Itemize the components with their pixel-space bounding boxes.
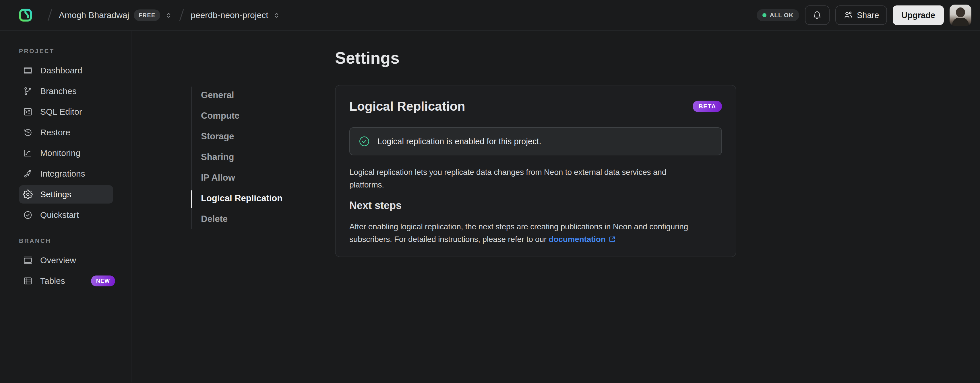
shell: PROJECT Dashboard: [0, 31, 980, 382]
new-badge: NEW: [91, 275, 115, 286]
external-link-icon: [608, 235, 616, 243]
sidebar-item-label: Integrations: [40, 169, 85, 179]
org-switcher[interactable]: Amogh Bharadwaj FREE: [59, 9, 172, 21]
settings-tab-storage[interactable]: Storage: [191, 126, 312, 147]
breadcrumb-separator: [47, 9, 52, 22]
next-steps-title: Next steps: [349, 199, 722, 212]
beta-badge: BETA: [693, 101, 722, 112]
unfold-icon: [165, 11, 172, 19]
share-button[interactable]: Share: [835, 5, 887, 25]
plan-badge: FREE: [134, 9, 160, 21]
settings-page: Settings Logical Replication BETA Logica…: [335, 31, 736, 257]
main-content: General Compute Storage Sharing IP Allow…: [132, 31, 980, 382]
project-name: peerdb-neon-project: [191, 10, 268, 20]
dashboard-icon: [23, 66, 33, 75]
topbar-actions: ALL OK Share Upgrade: [757, 5, 975, 26]
sidebar-item-label: SQL Editor: [40, 107, 82, 117]
quickstart-icon: [23, 210, 33, 220]
sidebar-item-label: Monitoring: [40, 148, 80, 158]
restore-icon: [23, 128, 33, 137]
sidebar-item-sql-editor[interactable]: SQL Editor: [19, 103, 113, 121]
topbar: Amogh Bharadwaj FREE peerdb-neon-project…: [0, 0, 980, 31]
bell-icon: [813, 11, 821, 20]
sidebar-item-dashboard[interactable]: Dashboard: [19, 61, 113, 80]
breadcrumb-separator: [180, 9, 184, 22]
sidebar-item-tables[interactable]: Tables NEW: [19, 272, 113, 290]
settings-nav-active-indicator: [191, 190, 192, 208]
card-header: Logical Replication BETA: [349, 98, 722, 115]
sidebar-item-label: Settings: [40, 190, 71, 199]
status-pill[interactable]: ALL OK: [757, 9, 799, 21]
check-circle-icon: [358, 136, 370, 147]
description-text: Logical replication lets you replicate d…: [349, 166, 722, 191]
sidebar-item-label: Restore: [40, 128, 70, 137]
settings-tab-general[interactable]: General: [191, 85, 312, 106]
integrations-icon: [23, 169, 33, 179]
sidebar-item-label: Branches: [40, 86, 76, 96]
upgrade-button[interactable]: Upgrade: [893, 5, 944, 25]
next-steps-text: After enabling logical replication, the …: [349, 220, 722, 246]
neon-logo[interactable]: [18, 8, 33, 22]
sidebar-branch-list: Overview Tables NEW: [0, 251, 131, 290]
documentation-link[interactable]: documentation: [549, 235, 606, 244]
sidebar-section-branch: BRANCH: [19, 237, 131, 244]
sidebar-section-project: PROJECT: [19, 47, 131, 54]
next-steps-body: After enabling logical replication, the …: [349, 222, 688, 244]
settings-tab-compute[interactable]: Compute: [191, 106, 312, 126]
monitoring-icon: [23, 148, 33, 158]
app-root: Amogh Bharadwaj FREE peerdb-neon-project…: [0, 0, 980, 383]
card-title: Logical Replication: [349, 99, 465, 114]
sidebar-project-list: Dashboard Branches: [0, 61, 131, 224]
sidebar-item-label: Tables: [40, 276, 65, 286]
sidebar-item-settings[interactable]: Settings: [19, 185, 113, 204]
status-label: ALL OK: [770, 12, 794, 19]
sidebar-item-restore[interactable]: Restore: [19, 123, 113, 142]
alert-text: Logical replication is enabled for this …: [377, 137, 541, 146]
sidebar-item-label: Overview: [40, 255, 76, 265]
sql-editor-icon: [23, 107, 33, 117]
unfold-icon: [273, 11, 280, 19]
org-name: Amogh Bharadwaj: [59, 10, 129, 20]
settings-tab-sharing[interactable]: Sharing: [191, 147, 312, 168]
gear-icon: [23, 190, 33, 199]
status-dot: [762, 13, 767, 17]
settings-nav: General Compute Storage Sharing IP Allow…: [191, 85, 312, 229]
avatar[interactable]: [950, 5, 971, 26]
sidebar-item-branches[interactable]: Branches: [19, 82, 113, 100]
people-icon: [843, 10, 853, 20]
overview-icon: [23, 255, 33, 265]
share-label: Share: [857, 11, 879, 20]
branches-icon: [23, 86, 33, 96]
sidebar: PROJECT Dashboard: [0, 31, 132, 382]
sidebar-item-quickstart[interactable]: Quickstart: [19, 206, 113, 224]
page-title: Settings: [335, 49, 736, 67]
settings-tab-logical-replication[interactable]: Logical Replication: [191, 188, 312, 209]
sidebar-item-overview[interactable]: Overview: [19, 251, 113, 269]
settings-tab-delete[interactable]: Delete: [191, 209, 312, 229]
sidebar-item-integrations[interactable]: Integrations: [19, 165, 113, 183]
sidebar-item-monitoring[interactable]: Monitoring: [19, 144, 113, 162]
neon-logo-icon: [18, 8, 33, 22]
settings-tab-ip-allow[interactable]: IP Allow: [191, 168, 312, 188]
enabled-alert: Logical replication is enabled for this …: [349, 127, 722, 155]
sidebar-item-label: Dashboard: [40, 66, 83, 75]
sidebar-item-label: Quickstart: [40, 210, 79, 220]
notifications-button[interactable]: [805, 5, 830, 25]
project-switcher[interactable]: peerdb-neon-project: [191, 10, 280, 20]
logical-replication-card: Logical Replication BETA Logical replica…: [335, 85, 736, 257]
tables-icon: [23, 276, 33, 286]
